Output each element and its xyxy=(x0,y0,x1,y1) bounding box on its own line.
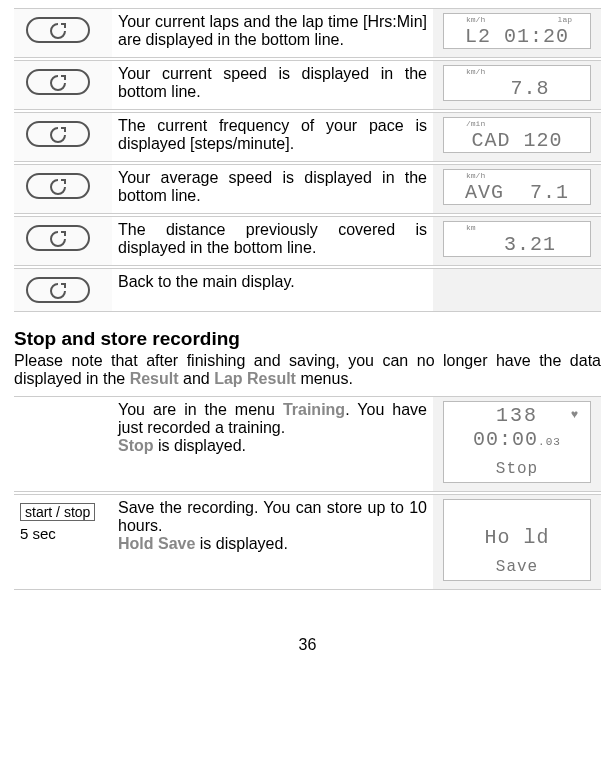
display-functions-table: Your current laps and the lap time [Hrs:… xyxy=(14,6,601,314)
lcd-cell: 138 ♥ 00:00.03 Stop xyxy=(433,396,601,492)
cycle-button-icon xyxy=(26,17,90,43)
description-cell: The current frequency of your pace is di… xyxy=(112,112,433,162)
start-stop-button-label: start / stop xyxy=(20,503,95,521)
lcd-display: km/h lap L2 01:20 xyxy=(443,13,591,49)
heart-icon: ♥ xyxy=(571,408,578,422)
cycle-button-icon xyxy=(26,277,90,303)
lcd-display: /min CAD 120 xyxy=(443,117,591,153)
description-cell: Your current speed is displayed in the b… xyxy=(112,60,433,110)
cycle-button-icon xyxy=(26,69,90,95)
section-heading: Stop and store recording xyxy=(14,328,601,350)
lcd-cell: Ho ld Save xyxy=(433,494,601,590)
table-row: The distance previously covered is displ… xyxy=(14,216,601,266)
cycle-button-icon xyxy=(26,225,90,251)
lcd-display: km/h 7.8 xyxy=(443,65,591,101)
duration-label: 5 sec xyxy=(20,525,106,542)
description-cell: Your current laps and the lap time [Hrs:… xyxy=(112,8,433,58)
description-cell: You are in the menu Training. You have j… xyxy=(112,396,433,492)
lcd-display: 138 ♥ 00:00.03 Stop xyxy=(443,401,591,483)
cycle-button-icon xyxy=(26,121,90,147)
table-row: You are in the menu Training. You have j… xyxy=(14,396,601,492)
lcd-display: km 3.21 xyxy=(443,221,591,257)
table-row: Your current laps and the lap time [Hrs:… xyxy=(14,8,601,58)
lcd-display: Ho ld Save xyxy=(443,499,591,581)
table-row: The current frequency of your pace is di… xyxy=(14,112,601,162)
cycle-button-icon xyxy=(26,173,90,199)
table-row: Back to the main display. xyxy=(14,268,601,312)
table-row: Your current speed is displayed in the b… xyxy=(14,60,601,110)
icon-cell xyxy=(14,8,112,58)
description-cell: Save the recording. You can store up to … xyxy=(112,494,433,590)
lcd-cell-empty xyxy=(433,268,601,312)
stop-store-table: You are in the menu Training. You have j… xyxy=(14,394,601,592)
lcd-cell: km/h lap L2 01:20 xyxy=(433,8,601,58)
description-cell: Back to the main display. xyxy=(112,268,433,312)
left-cell xyxy=(14,396,112,492)
left-cell: start / stop 5 sec xyxy=(14,494,112,590)
page-number: 36 xyxy=(14,636,601,654)
description-cell: Your average speed is displayed in the b… xyxy=(112,164,433,214)
lcd-display: km/h AVG 7.1 xyxy=(443,169,591,205)
description-cell: The distance previously covered is displ… xyxy=(112,216,433,266)
table-row: Your average speed is displayed in the b… xyxy=(14,164,601,214)
table-row: start / stop 5 sec Save the recording. Y… xyxy=(14,494,601,590)
section-intro: Please note that after finishing and sav… xyxy=(14,352,601,388)
